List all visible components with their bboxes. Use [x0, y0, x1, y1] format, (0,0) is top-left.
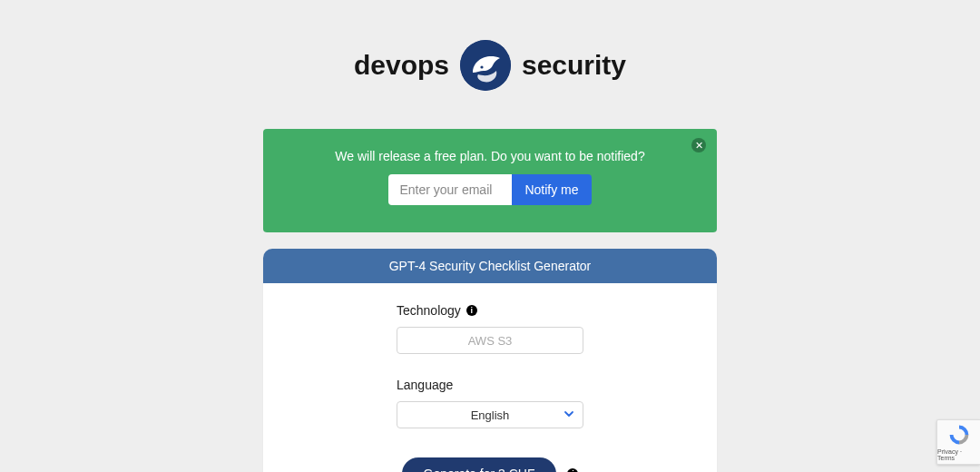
notify-panel: ✕ We will release a free plan. Do you wa… — [263, 129, 717, 232]
brand-word-right: security — [522, 50, 626, 81]
notify-text: We will release a free plan. Do you want… — [290, 149, 690, 163]
technology-label: Technology — [397, 303, 461, 318]
technology-input[interactable] — [397, 327, 583, 354]
brand-header: devops security — [263, 40, 717, 91]
language-label: Language — [397, 378, 453, 392]
card-title: GPT-4 Security Checklist Generator — [263, 249, 717, 283]
notify-button[interactable]: Notify me — [512, 174, 591, 205]
brand-logo-icon — [460, 40, 511, 91]
language-select[interactable]: English — [397, 401, 583, 428]
info-icon[interactable]: i — [466, 305, 477, 316]
email-field[interactable] — [388, 174, 512, 205]
info-icon[interactable]: i — [567, 468, 578, 472]
generator-card: GPT-4 Security Checklist Generator Techn… — [263, 249, 717, 472]
brand-word-left: devops — [354, 50, 449, 81]
close-icon[interactable]: ✕ — [691, 138, 706, 152]
svg-point-1 — [480, 65, 483, 68]
recaptcha-icon — [947, 423, 971, 447]
generate-button[interactable]: Generate for 3 CHF — [402, 457, 557, 472]
recaptcha-footer: Privacy · Terms — [937, 448, 980, 461]
recaptcha-badge[interactable]: Privacy · Terms — [936, 419, 980, 465]
